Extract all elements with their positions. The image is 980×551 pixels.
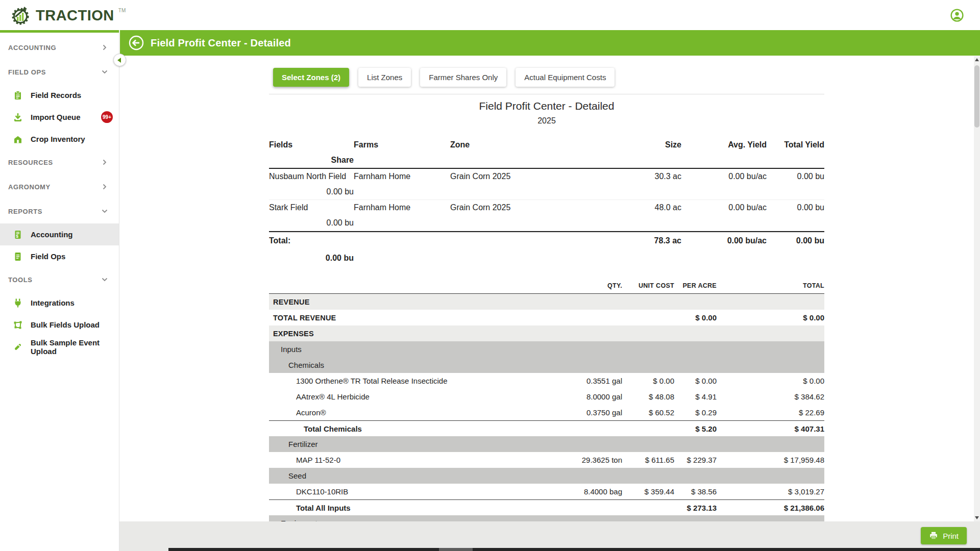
pl-row-aatrex-4l-herbicide: AAtrex® 4L Herbicide8.0000 gal$ 48.08$ 4… (269, 389, 824, 405)
document-icon (13, 252, 23, 262)
sidebar-section-reports[interactable]: REPORTS (0, 199, 119, 223)
fields-table-row: Stark FieldFarnham HomeGrain Corn 202548… (269, 200, 824, 231)
actual-equipment-costs-button[interactable]: Actual Equipment Costs (516, 68, 615, 87)
sidebar-section-label: TOOLS (8, 276, 33, 284)
gear-chart-logo-icon (10, 5, 32, 26)
chevron-right-icon (101, 183, 109, 191)
plug-icon (13, 298, 23, 308)
sidebar-item-integrations[interactable]: Integrations (0, 292, 119, 314)
sidebar-section-label: AGRONOMY (8, 183, 51, 191)
polygon-icon (13, 320, 23, 330)
scroll-down-arrow[interactable] (974, 514, 980, 521)
back-button[interactable] (129, 35, 144, 51)
sidebar-nav: ACCOUNTINGFIELD OPSField RecordsImport Q… (0, 30, 119, 358)
pl-row-revenue: REVENUE (269, 294, 824, 310)
sidebar-item-label: Field Records (31, 91, 81, 99)
report-toolbar: Select Zones (2)List ZonesFarmer Shares … (269, 68, 824, 87)
sidebar-section-accounting[interactable]: ACCOUNTING (0, 35, 119, 60)
pl-row-acuron: Acuron®0.3750 gal$ 60.52$ 0.29$ 22.69 (269, 405, 824, 420)
sidebar-section-tools[interactable]: TOOLS (0, 267, 119, 292)
pl-table-header: QTY.UNIT COSTPER ACRETOTAL (269, 278, 824, 294)
chevron-down-icon (101, 276, 109, 284)
pl-row-equipment: Equipment (269, 515, 824, 521)
toolbar-divider (269, 94, 824, 94)
sidebar-section-resources[interactable]: RESOURCES (0, 150, 119, 174)
pl-row-expenses: EXPENSES (269, 325, 824, 341)
pl-row-seed: Seed (269, 468, 824, 484)
sidebar-section-field-ops[interactable]: FIELD OPS (0, 60, 119, 84)
download-icon (13, 112, 23, 122)
chevron-down-icon (101, 68, 109, 76)
sidebar-section-label: FIELD OPS (8, 68, 46, 76)
pl-row-total-revenue: TOTAL REVENUE$ 0.00$ 0.00 (269, 310, 824, 325)
sidebar-item-label: Bulk Sample Event Upload (31, 338, 119, 356)
sidebar-item-label: Import Queue (31, 113, 81, 121)
report-column: Select Zones (2)List ZonesFarmer Shares … (269, 56, 824, 521)
print-button[interactable]: Print (921, 527, 967, 544)
fields-table-row: Nusbaum North FieldFarnham HomeGrain Cor… (269, 169, 824, 200)
sidebar: ACCOUNTINGFIELD OPSField RecordsImport Q… (0, 30, 119, 551)
sidebar-item-crop-inventory[interactable]: Crop Inventory (0, 128, 119, 150)
sidebar-item-bulk-sample-event-upload[interactable]: Bulk Sample Event Upload (0, 336, 119, 358)
print-button-label: Print (943, 532, 959, 540)
brand-name: TRACTION (36, 5, 114, 26)
report-title: Field Profit Center - Detailed (269, 99, 824, 113)
app-root: TRACTION TM ACCOUNTINGFIELD OPSField Rec… (0, 0, 980, 551)
clipboard-icon (13, 90, 23, 101)
printer-icon (929, 531, 938, 540)
sidebar-section-agronomy[interactable]: AGRONOMY (0, 174, 119, 199)
sidebar-section-label: REPORTS (8, 208, 42, 215)
page-title: Field Profit Center - Detailed (151, 37, 291, 49)
svg-text:$: $ (16, 233, 18, 238)
pl-row-inputs: Inputs (269, 341, 824, 357)
select-zones-2-button[interactable]: Select Zones (2) (273, 68, 349, 87)
top-bar: TRACTION TM (0, 0, 980, 30)
fields-table-total-row: Total:78.3 ac0.00 bu/ac0.00 bu0.00 bu (269, 231, 824, 267)
sidebar-item-label: Integrations (31, 298, 75, 307)
profit-loss-table: QTY.UNIT COSTPER ACRETOTALREVENUETOTAL R… (269, 278, 824, 521)
report-viewport: Select Zones (2)List ZonesFarmer Shares … (119, 56, 974, 521)
list-zones-button[interactable]: List Zones (358, 68, 411, 87)
pl-row-chemicals: Chemicals (269, 357, 824, 373)
vial-icon (13, 342, 23, 352)
sidebar-section-label: RESOURCES (8, 159, 53, 166)
pl-row-fertilizer: Fertilizer (269, 436, 824, 452)
chevron-right-icon (101, 158, 109, 166)
barn-icon (13, 134, 23, 144)
import-queue-badge: 99+ (101, 111, 113, 123)
horizontal-scrollbar[interactable] (168, 548, 980, 551)
account-circle-icon (950, 9, 964, 22)
arrow-left-circle-icon (129, 35, 144, 51)
report-year: 2025 (269, 116, 824, 126)
sidebar-section-label: ACCOUNTING (8, 44, 56, 52)
scroll-up-arrow[interactable] (974, 56, 980, 63)
sidebar-top-accent (0, 30, 119, 33)
pl-row-dkc110-10rib: DKC110-10RIB8.4000 bag$ 359.44$ 38.56$ 3… (269, 484, 824, 499)
vertical-scrollbar-thumb[interactable] (974, 65, 979, 128)
footer-bar: Print (119, 521, 980, 551)
user-avatar-button[interactable] (950, 9, 964, 22)
chevron-down-icon (101, 207, 109, 215)
vertical-scrollbar[interactable] (974, 56, 980, 521)
sidebar-item-label: Accounting (31, 230, 73, 239)
sidebar-item-bulk-fields-upload[interactable]: Bulk Fields Upload (0, 314, 119, 336)
sidebar-item-accounting[interactable]: $Accounting (0, 223, 119, 245)
sidebar-item-label: Crop Inventory (31, 135, 85, 143)
sidebar-item-field-ops[interactable]: Field Ops (0, 245, 119, 267)
pl-row-total-chemicals: Total Chemicals$ 5.20$ 407.31 (269, 420, 824, 436)
sidebar-item-import-queue[interactable]: Import Queue99+ (0, 106, 119, 128)
traction-logo[interactable]: TRACTION TM (10, 5, 126, 26)
invoice-icon: $ (13, 230, 23, 240)
sidebar-collapse-toggle[interactable] (113, 54, 126, 66)
sidebar-item-label: Field Ops (31, 252, 65, 261)
fields-summary-table: FieldsFarmsZoneSizeAvg. YieldTotal Yield… (269, 137, 824, 267)
horizontal-scrollbar-thumb[interactable] (439, 548, 473, 551)
pl-row-map-11-52-0: MAP 11-52-029.3625 ton$ 611.65$ 229.37$ … (269, 452, 824, 468)
sidebar-item-label: Bulk Fields Upload (31, 320, 100, 329)
farmer-shares-only-button[interactable]: Farmer Shares Only (420, 68, 506, 87)
page-header-bar: Field Profit Center - Detailed (120, 30, 980, 56)
pl-row-1300-orthene-tr-total-release-insecticide: 1300 Orthene® TR Total Release Insectici… (269, 373, 824, 389)
sidebar-item-field-records[interactable]: Field Records (0, 84, 119, 106)
brand-trademark: TM (118, 8, 126, 13)
collapse-arrow-icon (117, 58, 121, 63)
